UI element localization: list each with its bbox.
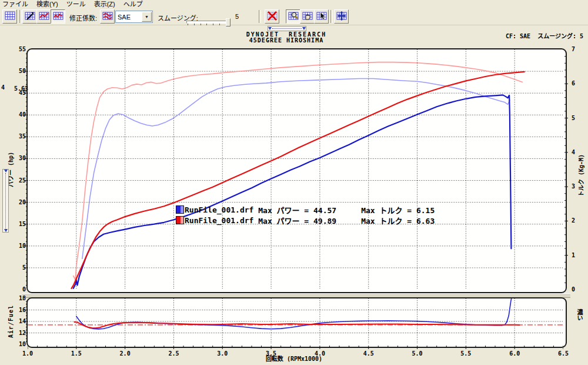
tick-label: 1.5: [69, 350, 83, 357]
select-graph-button[interactable]: [314, 9, 329, 24]
dyno-plot[interactable]: [28, 49, 563, 290]
correction-graph-button[interactable]: [100, 9, 115, 24]
tick-label: 2.0: [118, 350, 132, 357]
graph-pan-hand-icon: [302, 10, 313, 24]
graph-edit-icon: [24, 10, 36, 24]
y-range-slider[interactable]: [2, 169, 9, 233]
run1-color-swatch: [176, 205, 184, 214]
legend-row-run2: RunFile_001.drf Max パワー = 49.89Max トルク =…: [176, 215, 435, 225]
run2-max-power: Max パワー = 49.89: [258, 215, 336, 226]
tick-label: 7: [572, 46, 575, 52]
tick-label: 2.5: [166, 350, 181, 357]
tick-label: 5.0: [410, 350, 425, 357]
delete-graph-button[interactable]: [265, 9, 279, 24]
graph-pointer-icon: [316, 10, 328, 24]
tick-label: 6: [572, 80, 575, 87]
run2-color-swatch: [176, 216, 184, 224]
tick-label: 4: [572, 149, 575, 155]
range-handle-icon[interactable]: [4, 170, 8, 172]
toolbar-separator: [19, 10, 22, 23]
run2-max-torque: Max トルク = 6.63: [361, 215, 435, 226]
chevron-down-icon[interactable]: ▼: [142, 12, 152, 22]
menu-search[interactable]: 検索(Y): [36, 0, 58, 8]
tick-label: 1: [572, 252, 575, 258]
tick-label: 1.0: [21, 350, 35, 357]
cursor-marker-icon: [24, 88, 28, 92]
menu-help[interactable]: ヘルプ: [123, 0, 143, 8]
table-grid-icon: [4, 10, 16, 24]
menu-tools[interactable]: ツール: [66, 0, 86, 8]
correction-status-text: CF: SAE スムージング: 5: [447, 31, 583, 40]
toolbar-separator: [259, 10, 261, 23]
graph-line-icon: [38, 10, 50, 24]
run-legend: RunFile_001.drf Max パワー = 44.57Max トルク =…: [176, 204, 435, 225]
afr-axis-label: Air/Fuel: [8, 305, 14, 338]
graph-move-cross-icon: [336, 10, 348, 24]
graph-scatter-button[interactable]: [51, 9, 65, 24]
tick-label: 5.5: [459, 350, 473, 357]
graph-line-button[interactable]: [36, 9, 51, 24]
rich-side-label: 濃い: [575, 309, 584, 321]
tick-label: 6.5: [556, 350, 570, 357]
smoothing-value: 5: [235, 13, 239, 20]
range-handle-icon[interactable]: [268, 27, 272, 30]
run1-max-torque: Max トルク = 6.15: [361, 204, 435, 215]
graph-correction-icon: [102, 10, 113, 24]
menu-bar: ファイル 検索(Y) ツール 表示(Z) ヘルプ: [0, 0, 588, 8]
rpm-axis-title: 回転数 (RPMx1000): [223, 354, 365, 363]
tick-label: 6.0: [507, 350, 522, 357]
legend-row-run1: RunFile_001.drf Max パワー = 44.57Max トルク =…: [176, 204, 435, 215]
artifact-text: 4: [1, 84, 5, 91]
power-axis-ticks: [22, 49, 28, 290]
graph-scatter-icon: [52, 10, 64, 24]
dynojet-winpep-window: ファイル 検索(Y) ツール 表示(Z) ヘルプ 修正係数:: [0, 0, 588, 365]
tick-label: 0: [572, 286, 575, 293]
range-handle-icon[interactable]: [4, 229, 8, 232]
toolbar-separator: [330, 10, 333, 23]
torque-axis-ticks: [564, 49, 570, 290]
torque-axis-label: トルク (Kg-M): [576, 154, 585, 197]
run2-file: RunFile_001.drf: [185, 216, 253, 225]
range-handle-icon[interactable]: [302, 27, 306, 30]
graph-edit-button[interactable]: [22, 9, 37, 24]
toolbar: 修正係数: SAE ▼ スムージング: 5: [0, 8, 588, 25]
range-track: [5, 173, 6, 228]
move-graph-button[interactable]: [334, 9, 349, 24]
correction-factor-label: 修正係数:: [69, 13, 97, 22]
zoom-graph-button[interactable]: [286, 9, 300, 24]
menu-view[interactable]: 表示(Z): [94, 0, 115, 8]
smoothing-slider-ticks: [188, 24, 226, 25]
rpm-axis-ticks: [28, 346, 563, 350]
range-track: [272, 28, 302, 29]
run1-file: RunFile_001.drf: [185, 205, 253, 214]
run1-max-power: Max パワー = 44.57: [258, 204, 336, 215]
correction-factor-value: SAE: [116, 14, 141, 21]
tick-label: 5: [572, 115, 575, 121]
smoothing-slider-thumb[interactable]: [226, 18, 230, 26]
tick-label: 2: [572, 217, 575, 224]
table-view-button[interactable]: [2, 9, 17, 24]
pan-graph-button[interactable]: [300, 9, 315, 24]
menu-file[interactable]: ファイル: [2, 0, 28, 8]
tick-label: 3: [572, 183, 575, 190]
graph-delete-icon: [266, 10, 278, 24]
afr-plot[interactable]: [28, 298, 563, 344]
afr-axis-ticks: [22, 298, 28, 344]
chart-title-line2: 45DEGREE HIROSHIMA: [233, 37, 339, 44]
graph-zoom-icon: [288, 10, 299, 24]
x-range-slider[interactable]: [268, 26, 306, 31]
correction-factor-select[interactable]: SAE ▼: [115, 11, 153, 23]
